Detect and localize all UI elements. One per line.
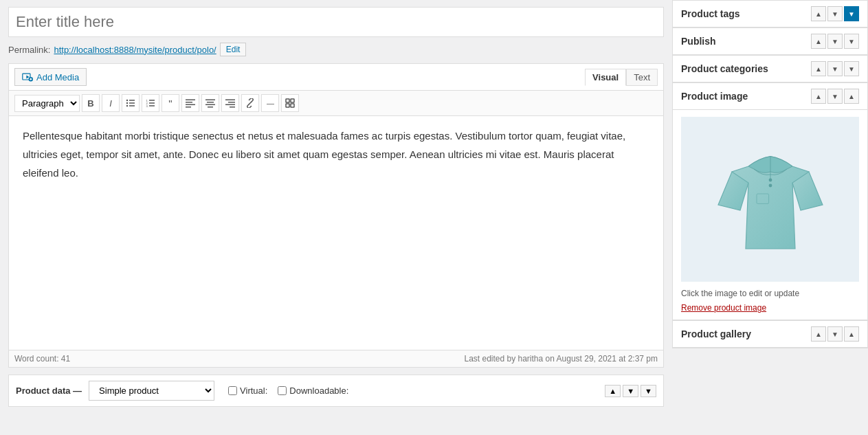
product-image-header[interactable]: Product image ▲ ▼ ▲ xyxy=(673,83,867,110)
product-tags-toggle[interactable]: ▼ xyxy=(844,6,859,21)
publish-title: Publish xyxy=(681,36,716,47)
product-options-group: Virtual: Downloadable: xyxy=(228,386,348,396)
svg-rect-31 xyxy=(291,99,294,102)
product-data-down-arrow[interactable]: ▼ xyxy=(623,385,638,397)
link-icon xyxy=(245,98,255,108)
add-media-button[interactable]: Add Media xyxy=(14,68,87,86)
fullscreen-icon xyxy=(285,98,295,108)
svg-rect-19 xyxy=(186,104,195,106)
media-icon xyxy=(22,71,33,82)
publish-up[interactable]: ▲ xyxy=(811,34,826,49)
more-button[interactable]: — xyxy=(261,94,279,112)
svg-point-5 xyxy=(126,100,128,101)
remove-product-image-link[interactable]: Remove product image xyxy=(681,303,766,313)
svg-rect-9 xyxy=(129,102,135,104)
product-image-caption: Click the image to edit or update xyxy=(681,289,859,298)
svg-rect-17 xyxy=(186,100,195,101)
product-image-down[interactable]: ▼ xyxy=(827,89,843,104)
product-tags-up[interactable]: ▲ xyxy=(811,6,826,21)
svg-point-36 xyxy=(768,184,772,188)
unordered-list-button[interactable] xyxy=(122,94,140,112)
product-categories-toggle[interactable]: ▼ xyxy=(844,61,859,76)
product-data-arrows: ▲ ▼ ▼ xyxy=(605,385,656,397)
product-gallery-title: Product gallery xyxy=(681,328,751,339)
product-image-arrows: ▲ ▼ ▲ xyxy=(811,89,859,104)
svg-rect-16 xyxy=(149,105,155,107)
product-gallery-down[interactable]: ▼ xyxy=(827,326,843,342)
align-center-icon xyxy=(205,98,215,108)
product-image-box: Product image ▲ ▼ ▲ xyxy=(672,82,868,320)
permalink-url[interactable]: http://localhost:8888/mysite/product/pol… xyxy=(54,45,216,55)
downloadable-checkbox[interactable] xyxy=(278,386,287,395)
product-image-up[interactable]: ▲ xyxy=(811,89,826,104)
svg-rect-33 xyxy=(291,104,294,107)
publish-arrows: ▲ ▼ ▼ xyxy=(811,34,859,49)
bold-button[interactable]: B xyxy=(82,94,100,112)
product-gallery-arrows: ▲ ▼ ▲ xyxy=(811,326,859,342)
post-title-input[interactable]: Polo xyxy=(8,7,664,37)
visual-tab[interactable]: Visual xyxy=(585,69,626,86)
align-left-button[interactable] xyxy=(181,94,199,112)
product-categories-title: Product categories xyxy=(681,63,768,74)
virtual-label: Virtual: xyxy=(240,386,267,396)
publish-down[interactable]: ▼ xyxy=(827,34,843,49)
product-gallery-header[interactable]: Product gallery ▲ ▼ ▲ xyxy=(673,321,867,348)
virtual-checkbox[interactable] xyxy=(228,386,237,395)
product-categories-down[interactable]: ▼ xyxy=(827,61,843,76)
product-tags-down[interactable]: ▼ xyxy=(827,6,843,21)
editor-content: Pellentesque habitant morbi tristique se… xyxy=(23,126,649,182)
product-gallery-up[interactable]: ▲ xyxy=(811,326,826,342)
svg-rect-21 xyxy=(205,100,215,101)
permalink-edit-button[interactable]: Edit xyxy=(220,43,247,56)
editor-body[interactable]: Pellentesque habitant morbi tristique se… xyxy=(9,116,663,350)
publish-box: Publish ▲ ▼ ▼ xyxy=(672,27,868,55)
svg-rect-24 xyxy=(208,107,213,108)
word-count: Word count: 41 xyxy=(14,354,70,364)
svg-rect-8 xyxy=(129,100,135,101)
svg-rect-25 xyxy=(225,100,235,101)
permalink-row: Permalink: http://localhost:8888/mysite/… xyxy=(8,43,664,56)
svg-rect-27 xyxy=(225,104,235,106)
add-media-label: Add Media xyxy=(36,72,79,82)
product-tags-header[interactable]: Product tags ▲ ▼ ▼ xyxy=(673,1,867,27)
ordered-list-button[interactable]: 1. 2. 3. xyxy=(142,94,159,112)
downloadable-checkbox-label[interactable]: Downloadable: xyxy=(278,386,348,396)
product-tags-arrows: ▲ ▼ ▼ xyxy=(811,6,859,21)
italic-button[interactable]: I xyxy=(102,94,120,112)
editor-toolbar-top: Add Media Visual Text xyxy=(9,64,663,91)
permalink-label: Permalink: xyxy=(8,45,50,55)
svg-text:3.: 3. xyxy=(146,104,148,108)
publish-header[interactable]: Publish ▲ ▼ ▼ xyxy=(673,28,867,54)
list-ul-icon xyxy=(126,98,135,108)
paragraph-select[interactable]: Paragraph xyxy=(14,95,80,112)
blockquote-button[interactable]: " xyxy=(162,94,179,112)
product-image-toggle[interactable]: ▲ xyxy=(844,89,859,104)
virtual-checkbox-label[interactable]: Virtual: xyxy=(228,386,267,396)
product-image-title: Product image xyxy=(681,91,748,102)
editor-container: Add Media Visual Text Paragraph B I xyxy=(8,63,664,368)
svg-rect-15 xyxy=(149,102,155,104)
product-tags-title: Product tags xyxy=(681,8,740,19)
text-tab[interactable]: Text xyxy=(626,69,658,86)
product-categories-header[interactable]: Product categories ▲ ▼ ▼ xyxy=(673,56,867,82)
align-center-button[interactable] xyxy=(201,94,219,112)
product-type-select[interactable]: Simple product Variable product Grouped … xyxy=(89,381,214,401)
align-right-button[interactable] xyxy=(221,94,239,112)
publish-toggle[interactable]: ▼ xyxy=(844,34,859,49)
product-data-up-arrow[interactable]: ▲ xyxy=(605,385,621,397)
svg-point-7 xyxy=(126,105,128,107)
fullscreen-button[interactable] xyxy=(281,94,299,112)
polo-shirt-svg xyxy=(715,137,825,261)
product-tags-box: Product tags ▲ ▼ ▼ xyxy=(672,0,868,27)
link-button[interactable] xyxy=(241,94,259,112)
product-image-thumbnail[interactable] xyxy=(681,117,859,282)
sidebar: Product tags ▲ ▼ ▼ Publish ▲ ▼ ▼ xyxy=(672,0,868,435)
product-categories-up[interactable]: ▲ xyxy=(811,61,826,76)
product-data-bar: Product data — Simple product Variable p… xyxy=(8,375,664,407)
product-gallery-toggle[interactable]: ▲ xyxy=(844,326,859,342)
svg-rect-18 xyxy=(186,102,192,103)
svg-marker-1 xyxy=(26,76,29,79)
svg-point-6 xyxy=(126,102,128,104)
svg-rect-20 xyxy=(186,107,191,108)
product-data-close-arrow[interactable]: ▼ xyxy=(641,385,656,397)
